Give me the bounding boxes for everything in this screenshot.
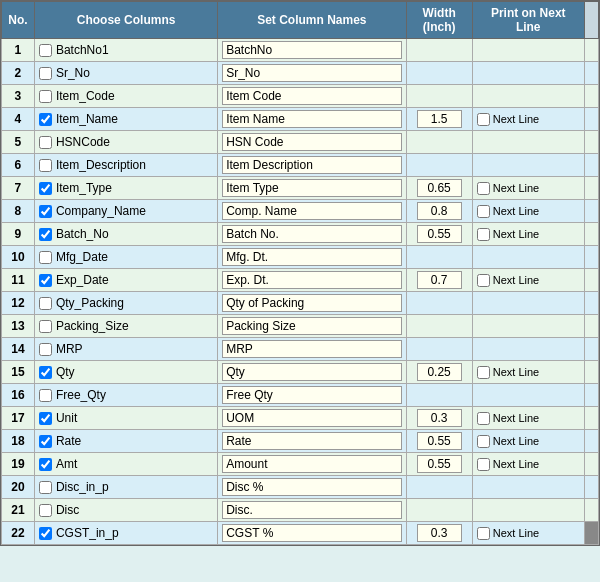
column-name-input[interactable] xyxy=(222,363,401,381)
scrollbar-cell xyxy=(584,108,598,131)
column-checkbox[interactable] xyxy=(39,458,52,471)
next-line-cell xyxy=(472,315,584,338)
column-name-input[interactable] xyxy=(222,271,401,289)
next-line-label: Next Line xyxy=(493,205,539,217)
next-line-cell xyxy=(472,85,584,108)
column-checkbox[interactable] xyxy=(39,504,52,517)
width-input[interactable] xyxy=(417,455,462,473)
width-cell xyxy=(406,384,472,407)
width-input[interactable] xyxy=(417,432,462,450)
column-name-input[interactable] xyxy=(222,386,401,404)
next-line-cell: Next Line xyxy=(472,430,584,453)
table-row: 17UnitNext Line xyxy=(2,407,599,430)
table-row: 9Batch_NoNext Line xyxy=(2,223,599,246)
set-column-name-cell xyxy=(218,85,406,108)
column-name-input[interactable] xyxy=(222,317,401,335)
set-column-name-cell xyxy=(218,522,406,545)
column-name-input[interactable] xyxy=(222,294,401,312)
row-number: 5 xyxy=(2,131,35,154)
column-checkbox[interactable] xyxy=(39,113,52,126)
table-row: 20Disc_in_p xyxy=(2,476,599,499)
width-input[interactable] xyxy=(417,225,462,243)
choose-column-cell: Exp_Date xyxy=(34,269,217,292)
next-line-checkbox[interactable] xyxy=(477,366,490,379)
width-input[interactable] xyxy=(417,363,462,381)
column-name-input[interactable] xyxy=(222,87,401,105)
column-name-input[interactable] xyxy=(222,41,401,59)
set-column-name-cell xyxy=(218,246,406,269)
scrollbar-cell xyxy=(584,407,598,430)
next-line-cell: Next Line xyxy=(472,269,584,292)
column-checkbox[interactable] xyxy=(39,136,52,149)
column-name-input[interactable] xyxy=(222,248,401,266)
column-name-label: Rate xyxy=(56,434,81,448)
column-name-input[interactable] xyxy=(222,179,401,197)
column-checkbox[interactable] xyxy=(39,343,52,356)
column-checkbox[interactable] xyxy=(39,435,52,448)
column-name-input[interactable] xyxy=(222,64,401,82)
column-name-input[interactable] xyxy=(222,133,401,151)
next-line-checkbox[interactable] xyxy=(477,412,490,425)
choose-column-cell: Company_Name xyxy=(34,200,217,223)
table-row: 21Disc xyxy=(2,499,599,522)
column-name-input[interactable] xyxy=(222,524,401,542)
column-checkbox[interactable] xyxy=(39,274,52,287)
next-line-checkbox[interactable] xyxy=(477,527,490,540)
column-name-label: HSNCode xyxy=(56,135,110,149)
next-line-checkbox[interactable] xyxy=(477,435,490,448)
column-name-input[interactable] xyxy=(222,202,401,220)
next-line-label: Next Line xyxy=(493,366,539,378)
column-checkbox[interactable] xyxy=(39,228,52,241)
column-name-label: Exp_Date xyxy=(56,273,109,287)
set-column-name-cell xyxy=(218,361,406,384)
width-input[interactable] xyxy=(417,409,462,427)
set-column-name-cell xyxy=(218,499,406,522)
column-name-label: Item_Type xyxy=(56,181,112,195)
scrollbar-cell xyxy=(584,522,598,545)
column-checkbox[interactable] xyxy=(39,412,52,425)
next-line-checkbox[interactable] xyxy=(477,113,490,126)
width-input[interactable] xyxy=(417,271,462,289)
next-line-cell: Next Line xyxy=(472,108,584,131)
column-checkbox[interactable] xyxy=(39,251,52,264)
column-checkbox[interactable] xyxy=(39,366,52,379)
column-name-input[interactable] xyxy=(222,110,401,128)
table-row: 11Exp_DateNext Line xyxy=(2,269,599,292)
column-checkbox[interactable] xyxy=(39,320,52,333)
next-line-checkbox[interactable] xyxy=(477,205,490,218)
column-name-label: Unit xyxy=(56,411,77,425)
column-checkbox[interactable] xyxy=(39,182,52,195)
column-checkbox[interactable] xyxy=(39,389,52,402)
column-checkbox[interactable] xyxy=(39,527,52,540)
column-name-input[interactable] xyxy=(222,156,401,174)
next-line-checkbox[interactable] xyxy=(477,458,490,471)
next-line-checkbox[interactable] xyxy=(477,228,490,241)
column-name-input[interactable] xyxy=(222,501,401,519)
next-line-checkbox[interactable] xyxy=(477,182,490,195)
column-checkbox[interactable] xyxy=(39,205,52,218)
column-name-input[interactable] xyxy=(222,340,401,358)
set-column-name-cell xyxy=(218,200,406,223)
column-name-input[interactable] xyxy=(222,225,401,243)
width-input[interactable] xyxy=(417,110,462,128)
column-checkbox[interactable] xyxy=(39,159,52,172)
row-number: 1 xyxy=(2,39,35,62)
column-name-input[interactable] xyxy=(222,409,401,427)
scrollbar-cell xyxy=(584,315,598,338)
column-name-input[interactable] xyxy=(222,432,401,450)
column-checkbox[interactable] xyxy=(39,44,52,57)
column-checkbox[interactable] xyxy=(39,90,52,103)
width-cell xyxy=(406,223,472,246)
width-input[interactable] xyxy=(417,179,462,197)
choose-column-cell: Disc xyxy=(34,499,217,522)
row-number: 22 xyxy=(2,522,35,545)
column-name-input[interactable] xyxy=(222,478,401,496)
column-name-input[interactable] xyxy=(222,455,401,473)
next-line-label: Next Line xyxy=(493,113,539,125)
width-input[interactable] xyxy=(417,202,462,220)
next-line-checkbox[interactable] xyxy=(477,274,490,287)
column-checkbox[interactable] xyxy=(39,297,52,310)
column-checkbox[interactable] xyxy=(39,67,52,80)
width-input[interactable] xyxy=(417,524,462,542)
column-checkbox[interactable] xyxy=(39,481,52,494)
